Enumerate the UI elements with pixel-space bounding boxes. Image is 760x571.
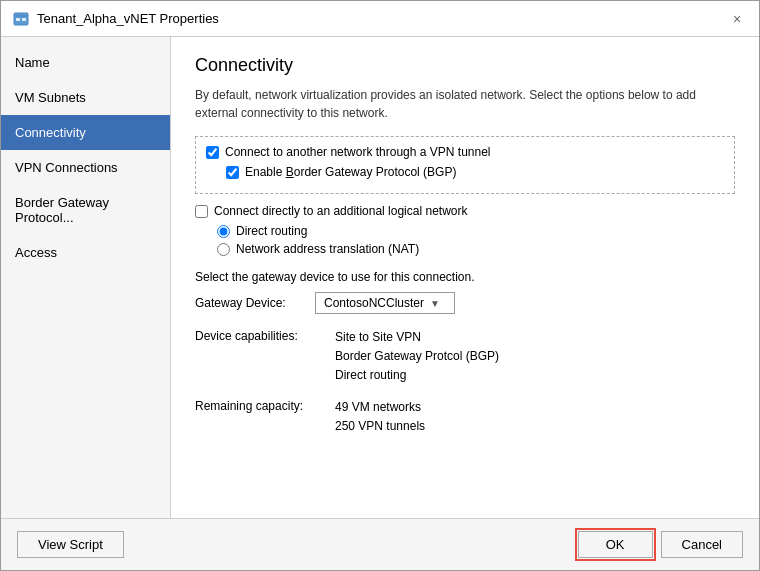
vpn-tunnel-label[interactable]: Connect to another network through a VPN… <box>225 145 491 159</box>
nat-radio[interactable] <box>217 243 230 256</box>
bgp-row-indent: Enable Border Gateway Protocol (BGP) <box>226 165 724 179</box>
nat-row: Network address translation (NAT) <box>217 242 735 256</box>
rem-value-1: 250 VPN tunnels <box>335 417 425 436</box>
direct-connect-label[interactable]: Connect directly to an additional logica… <box>214 204 467 218</box>
ok-button[interactable]: OK <box>578 531 653 558</box>
svg-rect-3 <box>22 18 26 21</box>
device-capabilities-row: Device capabilities: Site to Site VPN Bo… <box>195 328 735 386</box>
gateway-device-label: Gateway Device: <box>195 296 305 310</box>
vpn-tunnel-row: Connect to another network through a VPN… <box>206 145 724 159</box>
rem-value-0: 49 VM networks <box>335 398 425 417</box>
direct-routing-row: Direct routing <box>217 224 735 238</box>
dialog-footer: View Script OK Cancel <box>1 518 759 570</box>
direct-connect-row: Connect directly to an additional logica… <box>195 204 735 218</box>
bgp-label[interactable]: Enable Border Gateway Protocol (BGP) <box>245 165 456 179</box>
svg-rect-2 <box>16 18 20 21</box>
cancel-button[interactable]: Cancel <box>661 531 743 558</box>
content-area: Connectivity By default, network virtual… <box>171 37 759 518</box>
page-title: Connectivity <box>195 55 735 76</box>
remaining-capacity-label: Remaining capacity: <box>195 398 325 413</box>
dialog-window: Tenant_Alpha_vNET Properties × Name VM S… <box>0 0 760 571</box>
footer-left: View Script <box>17 531 124 558</box>
gateway-row: Gateway Device: ContosoNCCluster ▼ <box>195 292 735 314</box>
title-bar: Tenant_Alpha_vNET Properties × <box>1 1 759 37</box>
vpn-tunnel-group: Connect to another network through a VPN… <box>195 136 735 194</box>
dropdown-arrow-icon: ▼ <box>430 298 440 309</box>
gateway-section: Select the gateway device to use for thi… <box>195 270 735 314</box>
sidebar: Name VM Subnets Connectivity VPN Connect… <box>1 37 171 518</box>
dialog-title: Tenant_Alpha_vNET Properties <box>37 11 219 26</box>
cap-value-0: Site to Site VPN <box>335 328 499 347</box>
view-script-button[interactable]: View Script <box>17 531 124 558</box>
sidebar-item-name[interactable]: Name <box>1 45 170 80</box>
footer-right: OK Cancel <box>578 531 743 558</box>
cap-value-2: Direct routing <box>335 366 499 385</box>
gateway-device-dropdown[interactable]: ContosoNCCluster ▼ <box>315 292 455 314</box>
description-text: By default, network virtualization provi… <box>195 86 735 122</box>
dialog-icon <box>13 11 29 27</box>
sidebar-item-border-gateway[interactable]: Border Gateway Protocol... <box>1 185 170 235</box>
bgp-row: Enable Border Gateway Protocol (BGP) <box>226 165 724 179</box>
vpn-tunnel-checkbox[interactable] <box>206 146 219 159</box>
dialog-body: Name VM Subnets Connectivity VPN Connect… <box>1 37 759 518</box>
gateway-device-value: ContosoNCCluster <box>324 296 424 310</box>
bgp-checkbox[interactable] <box>226 166 239 179</box>
sidebar-item-vpn-connections[interactable]: VPN Connections <box>1 150 170 185</box>
cap-value-1: Border Gateway Protcol (BGP) <box>335 347 499 366</box>
remaining-capacity-values: 49 VM networks 250 VPN tunnels <box>335 398 425 436</box>
close-button[interactable]: × <box>727 9 747 29</box>
device-capabilities-label: Device capabilities: <box>195 328 325 343</box>
gateway-description: Select the gateway device to use for thi… <box>195 270 735 284</box>
routing-radio-group: Direct routing Network address translati… <box>217 224 735 256</box>
direct-routing-label[interactable]: Direct routing <box>236 224 307 238</box>
title-bar-left: Tenant_Alpha_vNET Properties <box>13 11 219 27</box>
remaining-capacity-row: Remaining capacity: 49 VM networks 250 V… <box>195 398 735 436</box>
direct-connect-checkbox[interactable] <box>195 205 208 218</box>
nat-label[interactable]: Network address translation (NAT) <box>236 242 419 256</box>
device-capabilities-values: Site to Site VPN Border Gateway Protcol … <box>335 328 499 386</box>
direct-routing-radio[interactable] <box>217 225 230 238</box>
sidebar-item-connectivity[interactable]: Connectivity <box>1 115 170 150</box>
capabilities-section: Device capabilities: Site to Site VPN Bo… <box>195 328 735 436</box>
sidebar-item-access[interactable]: Access <box>1 235 170 270</box>
sidebar-item-vm-subnets[interactable]: VM Subnets <box>1 80 170 115</box>
